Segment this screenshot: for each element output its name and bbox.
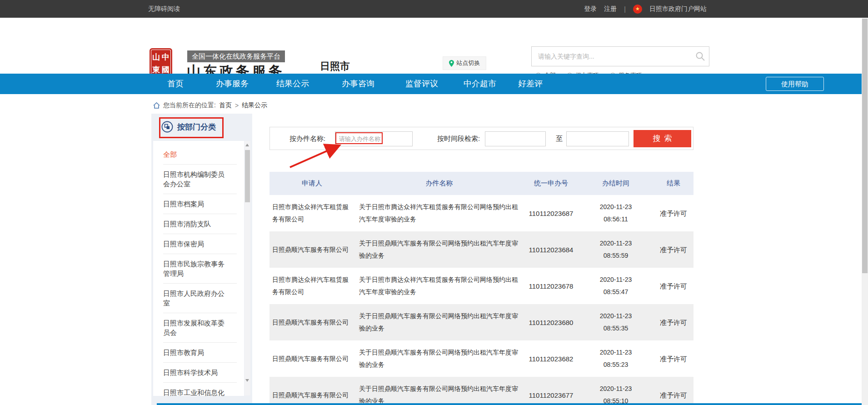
sidebar-item-5[interactable]: 日照市民族宗教事务管理局 — [163, 254, 237, 284]
item-name-cell: 关于日照鼎顺汽车服务有限公司网络预约出租汽车年度审验的业务 — [354, 346, 524, 371]
finish-time-cell: 2020-11-2308:55:23 — [578, 346, 653, 371]
table-row: 日照鼎顺汽车服务有限公司关于日照鼎顺汽车服务有限公司网络预约出租汽车年度审验的业… — [269, 340, 693, 377]
applicant-cell: 日照鼎顺汽车服务有限公司 — [269, 353, 354, 365]
scroll-up-icon[interactable] — [245, 144, 249, 146]
national-emblem-icon: ★ — [633, 5, 642, 14]
seal-char: 中 — [162, 52, 170, 62]
to-label: 至 — [556, 127, 563, 150]
nav-item-0[interactable]: 首页 — [167, 74, 184, 94]
location-pin-icon — [449, 60, 454, 67]
header-search-box — [531, 46, 709, 66]
nav-item-4[interactable]: 监督评议 — [405, 74, 438, 94]
sidebar-item-label: 日照市民族宗教事务管理局 — [163, 259, 228, 278]
table-row: 日照市腾达众祥汽车租赁服务有限公司关于日照市腾达众祥汽车租赁服务有限公司网络预约… — [269, 195, 693, 231]
table-body: 日照市腾达众祥汽车租赁服务有限公司关于日照市腾达众祥汽车租赁服务有限公司网络预约… — [269, 195, 693, 405]
accessibility-link[interactable]: 无障碍阅读 — [148, 0, 180, 18]
sidebar-item-label: 日照市发展和改革委员会 — [163, 318, 228, 337]
page-scrollbar[interactable] — [862, 18, 868, 405]
topbar-right: 登录 注册 | ★ 日照市政府门户网站 — [584, 0, 707, 18]
item-name-cell: 关于日照鼎顺汽车服务有限公司网络预约出租汽车年度审验的业务 — [354, 237, 524, 262]
result-cell: 准予许可 — [653, 389, 693, 401]
breadcrumb-prefix: 您当前所在的位置: — [163, 101, 216, 110]
column-header-2: 统一申办号 — [524, 179, 578, 188]
topbar-divider: | — [624, 5, 626, 13]
sidebar-item-2[interactable]: 日照市档案局 — [163, 194, 237, 214]
footer-strip — [157, 403, 862, 405]
sidebar-item-6[interactable]: 日照市人民政府办公室 — [163, 284, 237, 313]
results-table: 申请人办件名称统一申办号办结时间结果 日照市腾达众祥汽车租赁服务有限公司关于日照… — [269, 172, 693, 405]
table-row: 日照鼎顺汽车服务有限公司关于日照鼎顺汽车服务有限公司网络预约出租汽车年度审验的业… — [269, 304, 693, 340]
page: 无障碍阅读 登录 注册 | ★ 日照市政府门户网站 山 中 東 國 全国一体化在… — [0, 0, 868, 405]
sidebar-scrollbar[interactable] — [244, 141, 250, 395]
nav-item-3[interactable]: 办事咨询 — [342, 74, 374, 94]
sidebar-item-label: 日照市科学技术局 — [163, 368, 228, 377]
city-name: 日照市 — [320, 60, 350, 73]
sidebar-item-9[interactable]: 日照市科学技术局 — [163, 363, 237, 383]
applicant-cell: 日照鼎顺汽车服务有限公司 — [269, 389, 354, 401]
nav-item-2[interactable]: 结果公示 — [276, 74, 309, 94]
header: 山 中 東 國 全国一体化在线政务服务平台 山东政务服务 日照市 站点切换 全部… — [0, 18, 868, 74]
sidebar-item-8[interactable]: 日照市教育局 — [163, 343, 237, 363]
breadcrumb: 您当前所在的位置: 首页 > 结果公示 — [153, 101, 267, 110]
finish-time-cell: 2020-11-2308:55:35 — [578, 310, 653, 335]
sidebar-item-7[interactable]: 日照市发展和改革委员会 — [163, 313, 237, 343]
time-to-input[interactable] — [566, 131, 629, 146]
serial-number-cell: 110112023687 — [524, 207, 578, 220]
item-name-cell: 关于日照鼎顺汽车服务有限公司网络预约出租汽车年度审验的业务 — [354, 310, 524, 335]
sidebar-item-label: 日照市保密局 — [163, 239, 228, 249]
keyword-search-input[interactable] — [532, 47, 692, 66]
finish-time-cell: 2020-11-2308:56:11 — [578, 201, 653, 225]
platform-badge: 全国一体化在线政务服务平台 — [187, 50, 285, 62]
search-button[interactable]: 搜索 — [634, 130, 691, 147]
sidebar-item-label: 全部 — [163, 150, 228, 159]
finish-time-cell: 2020-11-2308:55:59 — [578, 237, 653, 262]
serial-number-cell: 110112023684 — [524, 244, 578, 256]
help-button[interactable]: 使用帮助 — [766, 77, 824, 91]
site-switch-label: 站点切换 — [457, 59, 480, 67]
main-nav: 首页办事服务结果公示办事咨询监督评议中介超市好差评 使用帮助 — [0, 74, 868, 94]
sidebar-item-10[interactable]: 日照市工业和信息化 — [163, 383, 237, 402]
sidebar-item-1[interactable]: 日照市机构编制委员会办公室 — [163, 165, 237, 194]
sidebar-item-label: 日照市消防支队 — [163, 219, 228, 229]
result-cell: 准予许可 — [653, 280, 693, 292]
sidebar-item-label: 日照市教育局 — [163, 348, 228, 357]
search-icon[interactable] — [695, 51, 705, 61]
column-header-0: 申请人 — [269, 179, 354, 188]
nav-item-5[interactable]: 中介超市 — [464, 74, 496, 94]
sidebar-item-label: 日照市档案局 — [163, 199, 228, 209]
sidebar-item-3[interactable]: 日照市消防支队 — [163, 214, 237, 234]
item-name-cell: 关于日照鼎顺汽车服务有限公司网络预约出租汽车年度审验的业务 — [354, 383, 524, 405]
time-from-input[interactable] — [485, 131, 546, 146]
sidebar-item-4[interactable]: 日照市保密局 — [163, 234, 237, 254]
finish-time-cell: 2020-11-2308:55:47 — [578, 274, 653, 298]
home-icon — [153, 102, 160, 109]
table-header-row: 申请人办件名称统一申办号办结时间结果 — [269, 172, 693, 195]
result-cell: 准予许可 — [653, 353, 693, 365]
login-link[interactable]: 登录 — [584, 5, 597, 13]
applicant-cell: 日照鼎顺汽车服务有限公司 — [269, 244, 354, 256]
breadcrumb-home-link[interactable]: 首页 — [219, 101, 232, 110]
portal-link[interactable]: 日照市政府门户网站 — [649, 5, 707, 13]
register-link[interactable]: 注册 — [604, 5, 617, 13]
finish-time-cell: 2020-11-2308:55:10 — [578, 383, 653, 405]
result-cell: 准予许可 — [653, 316, 693, 329]
department-list: 全部日照市机构编制委员会办公室日照市档案局日照市消防支队日照市保密局日照市民族宗… — [153, 141, 244, 396]
nav-item-1[interactable]: 办事服务 — [216, 74, 249, 94]
department-sidebar: 按部门分类 全部日照市机构编制委员会办公室日照市档案局日照市消防支队日照市保密局… — [151, 114, 252, 405]
seal-char: 山 — [152, 52, 160, 62]
page-scroll-thumb[interactable] — [862, 19, 868, 273]
applicant-cell: 日照市腾达众祥汽车租赁服务有限公司 — [269, 274, 354, 298]
result-cell: 准予许可 — [653, 207, 693, 220]
applicant-cell: 日照鼎顺汽车服务有限公司 — [269, 316, 354, 329]
sidebar-title: 按部门分类 — [177, 122, 216, 132]
site-switch-button[interactable]: 站点切换 — [443, 56, 486, 70]
item-name-input[interactable] — [335, 131, 413, 146]
sidebar-scroll-thumb[interactable] — [245, 150, 250, 202]
sidebar-item-0[interactable]: 全部 — [163, 145, 237, 165]
nav-item-6[interactable]: 好差评 — [518, 74, 543, 94]
name-filter-label: 按办件名称: — [289, 127, 325, 150]
column-header-4: 结果 — [653, 179, 693, 188]
breadcrumb-current: 结果公示 — [242, 101, 267, 110]
serial-number-cell: 110112023682 — [524, 353, 578, 365]
scroll-down-icon[interactable] — [245, 379, 249, 382]
